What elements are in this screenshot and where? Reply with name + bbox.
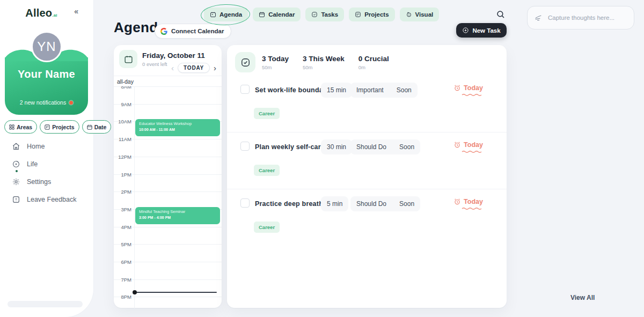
task-checkbox[interactable]: [240, 142, 250, 151]
capture-thoughts-input[interactable]: [547, 14, 627, 21]
chip-projects-label: Projects: [52, 124, 74, 130]
event-title: Mindful Teaching Seminar: [139, 209, 216, 214]
task-tag-career[interactable]: Career: [254, 108, 280, 119]
alarm-clock-icon: [453, 141, 461, 149]
sidebar-collapse-icon[interactable]: «: [74, 7, 78, 16]
task-checkbox[interactable]: [240, 198, 250, 208]
chip-date[interactable]: Date: [82, 120, 112, 134]
stat-this-week: 3 This Week 50m: [303, 55, 345, 70]
stat-crucial: 0 Crucial 0m: [358, 55, 389, 70]
chip-projects[interactable]: Projects: [40, 120, 79, 134]
event-time: 3:00 PM - 4:00 PM: [139, 216, 216, 219]
task-priority-label[interactable]: Should Do: [356, 143, 386, 151]
calendar-icon: [259, 11, 265, 18]
task-row: Set work-life boundaries 15 min Importan…: [227, 76, 507, 132]
calendar-event[interactable]: Mindful Teaching Seminar 3:00 PM - 4:00 …: [135, 207, 220, 224]
tasks-check-icon: [311, 11, 318, 18]
tab-tasks[interactable]: Tasks: [305, 8, 344, 21]
sidebar-item-life[interactable]: Life: [0, 157, 93, 171]
calendar-header-icon-box: [119, 50, 137, 68]
today-button[interactable]: TODAY: [178, 63, 210, 73]
tab-label: Calendar: [268, 11, 295, 18]
capture-thoughts-field[interactable]: [527, 6, 634, 30]
task-due-badge[interactable]: Today: [453, 84, 483, 92]
all-day-band: all-day: [114, 76, 222, 86]
task-checkbox[interactable]: [240, 85, 250, 94]
notifications-link[interactable]: 2 new notifications: [5, 99, 88, 106]
app-logo-suffix: .ai: [52, 13, 57, 18]
hour-label: 6PM: [114, 259, 131, 265]
task-tag-career[interactable]: Career: [254, 165, 280, 176]
prev-day-chevron[interactable]: ‹: [171, 64, 174, 72]
sidebar-item-leave-feedback[interactable]: Leave Feedback: [0, 193, 93, 207]
projects-board-icon: [45, 124, 50, 130]
tab-agenda[interactable]: Agenda: [204, 8, 248, 21]
tab-calendar[interactable]: Calendar: [253, 8, 301, 21]
task-priority-label[interactable]: Important: [356, 86, 384, 94]
tab-label: Tasks: [321, 11, 338, 18]
task-priority-pill[interactable]: Important Soon: [350, 83, 418, 98]
task-duration-pill[interactable]: 15 min: [321, 83, 352, 98]
google-logo-icon: [160, 28, 167, 35]
task-priority-pill[interactable]: Should Do Soon: [350, 139, 420, 154]
notification-dot-icon: [69, 101, 73, 105]
hour-label: 5PM: [114, 241, 131, 247]
hour-label: 10AM: [114, 119, 131, 124]
tasks-stats-bar: 3 Today 50m 3 This Week 50m 0 Crucial 0m: [235, 52, 403, 72]
task-tag-career[interactable]: Career: [254, 222, 280, 233]
hour-label: 11AM: [114, 136, 131, 142]
task-duration-pill[interactable]: 30 min: [321, 139, 352, 154]
calendar-date-title: Friday, October 11: [142, 51, 205, 60]
all-day-label: all-day: [117, 78, 134, 85]
sidebar-item-settings[interactable]: Settings: [0, 175, 93, 189]
time-column-divider: [134, 76, 135, 308]
sidebar-item-label: Life: [27, 160, 38, 168]
task-duration-pill[interactable]: 5 min: [321, 196, 348, 211]
stat-label: 3 This Week: [303, 55, 345, 63]
calendar-icon: [124, 55, 133, 64]
notifications-label: 2 new notifications: [20, 99, 66, 106]
search-button[interactable]: [496, 10, 507, 20]
view-all-link[interactable]: View All: [570, 294, 595, 301]
areas-grid-icon: [9, 124, 14, 130]
task-priority-pill[interactable]: Should Do Soon: [350, 196, 420, 211]
chip-areas[interactable]: Areas: [4, 120, 37, 134]
task-due-label: Today: [464, 141, 483, 149]
hour-label: 2PM: [114, 189, 131, 195]
filter-chip-row: Areas Projects Date: [4, 120, 111, 134]
avatar[interactable]: YN: [31, 31, 62, 62]
event-time: 10:00 AM - 11:00 AM: [139, 128, 216, 131]
stat-sub: 0m: [358, 64, 389, 70]
gear-icon: [12, 178, 20, 186]
sidebar-item-home[interactable]: Home: [0, 139, 93, 153]
tab-label: Agenda: [219, 11, 242, 18]
due-wavy-underline: [462, 93, 483, 96]
calendar-nav: ‹ TODAY ›: [171, 63, 216, 73]
next-day-chevron[interactable]: ›: [214, 64, 216, 72]
tab-visual[interactable]: Visual: [400, 8, 440, 21]
tasks-stats-icon-box: [235, 52, 255, 72]
task-due-badge[interactable]: Today: [453, 141, 483, 149]
task-priority-label[interactable]: Should Do: [356, 200, 386, 208]
task-when-label[interactable]: Soon: [399, 200, 414, 208]
task-due-badge[interactable]: Today: [453, 198, 483, 205]
alarm-clock-icon: [453, 84, 461, 92]
life-target-icon: [12, 160, 20, 168]
task-due-label: Today: [464, 198, 483, 205]
task-title[interactable]: Plan weekly self-care: [255, 143, 325, 151]
task-when-label[interactable]: Soon: [397, 86, 412, 94]
tab-projects[interactable]: Projects: [349, 8, 394, 21]
sidebar-footer-decoration: [8, 301, 83, 307]
connect-calendar-button[interactable]: Connect Calendar: [155, 24, 231, 39]
task-when-label[interactable]: Soon: [399, 143, 414, 151]
sidebar-item-label: Home: [27, 143, 45, 150]
sidebar-item-label: Settings: [27, 178, 51, 186]
calendar-event[interactable]: Educator Wellness Workshop 10:00 AM - 11…: [135, 119, 220, 136]
calendar-time-grid[interactable]: 8AM 9AM 10AM 11AM 12PM 1PM 2PM 3PM 4PM 5…: [114, 76, 222, 308]
hour-label: 3PM: [114, 207, 131, 212]
check-square-icon: [240, 57, 251, 68]
current-time-dot: [133, 290, 137, 294]
new-task-button[interactable]: New Task: [456, 23, 507, 38]
task-row: Practice deep breathing 5 min Should Do …: [227, 189, 507, 246]
plus-circle-icon: [462, 27, 469, 34]
